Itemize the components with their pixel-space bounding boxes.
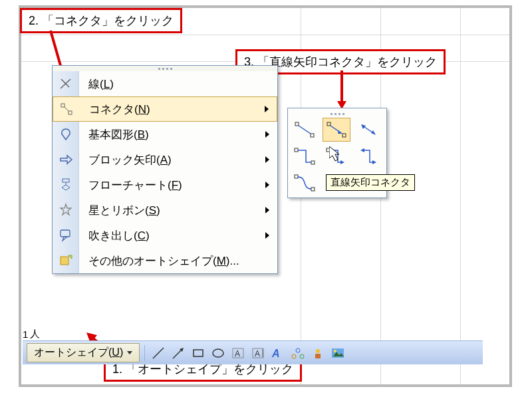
menu-item-label: 基本図形(B) [79, 127, 265, 142]
svg-line-43 [173, 349, 182, 358]
svg-text:A: A [235, 349, 240, 358]
menu-item-label: 星とリボン(S) [79, 203, 265, 218]
submenu-arrow-icon [265, 106, 269, 112]
submenu-arrow-icon [265, 207, 269, 213]
autoshape-menu: 線(L)コネクタ(N)基本図形(B)ブロック矢印(A)フローチャート(F)星とリ… [52, 65, 278, 274]
callout-icon [53, 223, 79, 248]
svg-rect-9 [68, 111, 72, 114]
svg-rect-30 [311, 161, 315, 164]
svg-marker-27 [361, 124, 366, 129]
menu-item-label: ブロック矢印(A) [79, 152, 265, 168]
menu-item-stars[interactable]: 星とリボン(S) [53, 198, 277, 223]
curved-connector[interactable] [291, 171, 319, 195]
drawing-toolbar: オートシェイプ(U) A A A [23, 340, 483, 364]
submenu-grip[interactable] [291, 111, 384, 116]
submenu-arrow-icon [265, 182, 269, 188]
menu-item-basic-shapes[interactable]: 基本図形(B) [53, 122, 277, 147]
menu-item-label: フローチャート(F) [79, 178, 265, 193]
menu-item-more[interactable]: その他のオートシェイプ(M)... [53, 248, 277, 273]
straight-connector[interactable] [291, 118, 319, 142]
svg-line-21 [299, 126, 311, 134]
menu-item-label: コネクタ(N) [80, 102, 265, 117]
clipart-icon[interactable] [309, 344, 327, 362]
menu-item-label: 線(L) [79, 76, 277, 92]
svg-marker-25 [338, 130, 342, 134]
svg-marker-41 [329, 146, 339, 161]
line-tool-icon[interactable] [150, 344, 167, 362]
svg-text:A: A [271, 348, 280, 359]
more-icon [53, 248, 79, 273]
diagram-icon[interactable] [289, 344, 307, 362]
svg-marker-34 [372, 160, 376, 164]
svg-marker-33 [360, 148, 364, 152]
svg-line-42 [153, 348, 164, 358]
block-arrow-icon [53, 147, 79, 172]
svg-rect-11 [63, 179, 69, 182]
svg-point-46 [213, 349, 223, 357]
svg-rect-17 [61, 257, 68, 265]
textbox-tool-icon[interactable]: A [229, 344, 247, 362]
elbow-double-arrow[interactable] [354, 144, 382, 168]
menu-item-label: その他のオートシェイプ(M)... [79, 253, 277, 269]
elbow-connector[interactable] [291, 144, 319, 168]
svg-point-60 [334, 350, 336, 352]
flowchart-icon [53, 172, 79, 198]
svg-rect-22 [327, 122, 331, 126]
tab-label: 1 [23, 329, 28, 340]
arrow-tool-icon[interactable] [170, 344, 187, 362]
svg-rect-8 [61, 104, 65, 107]
lines-icon [53, 71, 79, 96]
stars-icon [53, 198, 79, 223]
connector-tooltip: 直線矢印コネクタ [326, 174, 415, 191]
separator [144, 345, 145, 361]
svg-marker-16 [63, 237, 67, 241]
svg-rect-23 [342, 134, 346, 137]
svg-rect-57 [315, 354, 321, 358]
basic-shapes-icon [53, 122, 79, 147]
dropdown-icon [127, 351, 132, 354]
submenu-arrow-icon [265, 156, 269, 163]
vertical-text-icon[interactable]: A [249, 344, 267, 362]
oval-tool-icon[interactable] [209, 344, 227, 362]
sheet-tab-row: 1 人 [23, 328, 40, 340]
menu-grip[interactable] [53, 66, 277, 71]
submenu-arrow-icon [265, 232, 269, 239]
svg-line-10 [65, 107, 68, 111]
rectangle-tool-icon[interactable] [190, 344, 207, 362]
svg-point-53 [296, 348, 300, 352]
svg-point-55 [300, 354, 304, 358]
svg-rect-20 [311, 134, 314, 137]
menu-item-block-arrow[interactable]: ブロック矢印(A) [53, 147, 277, 172]
wordart-icon[interactable]: A [269, 344, 287, 362]
mouse-cursor [329, 146, 344, 164]
autoshape-label: オートシェイプ(U) [34, 346, 123, 360]
svg-rect-35 [295, 175, 298, 178]
svg-marker-12 [62, 185, 70, 190]
svg-marker-14 [61, 204, 71, 215]
menu-item-flowchart[interactable]: フローチャート(F) [53, 172, 277, 198]
submenu-arrow-icon [265, 131, 269, 138]
svg-point-56 [316, 349, 320, 353]
svg-marker-18 [68, 255, 72, 259]
straight-double-arrow[interactable] [354, 118, 382, 142]
svg-marker-28 [371, 130, 376, 135]
svg-point-54 [292, 354, 296, 358]
straight-arrow-connector[interactable] [323, 118, 350, 142]
svg-rect-45 [194, 350, 203, 356]
svg-rect-36 [311, 188, 315, 191]
picture-icon[interactable] [329, 344, 346, 362]
menu-item-label: 吹き出し(C) [79, 228, 265, 243]
svg-rect-15 [61, 230, 70, 237]
menu-item-callout[interactable]: 吹き出し(C) [53, 223, 277, 248]
svg-rect-19 [295, 122, 299, 126]
callout-2: 2. 「コネクタ」をクリック [20, 8, 182, 33]
svg-line-7 [61, 79, 69, 87]
svg-text:A: A [255, 349, 260, 358]
svg-rect-29 [295, 148, 298, 152]
menu-item-connector[interactable]: コネクタ(N) [53, 96, 277, 122]
connector-icon [53, 97, 80, 121]
menu-item-lines[interactable]: 線(L) [53, 71, 277, 96]
autoshape-button[interactable]: オートシェイプ(U) [27, 343, 140, 362]
